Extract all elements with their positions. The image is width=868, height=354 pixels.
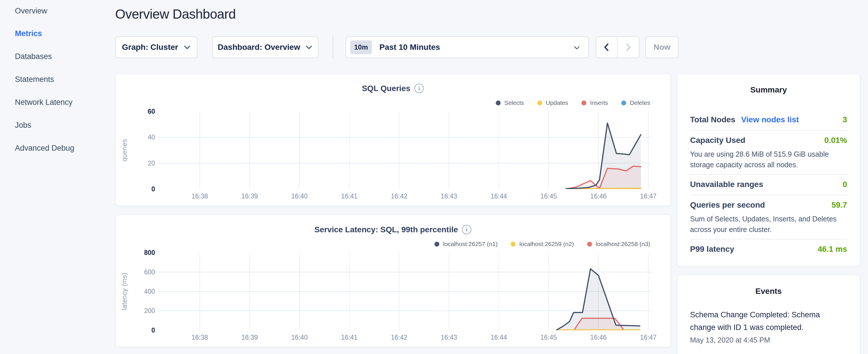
chevron-right-icon [625,42,631,52]
summary-value: 59.7 [832,200,847,210]
x-axis-tick: 16:40 [282,192,317,200]
summary-row-unavailable-ranges: Unavailable ranges 0 [690,175,847,195]
time-range-badge: 10m [350,40,372,54]
chevron-down-icon [305,45,313,50]
x-axis-tick: 16:47 [631,192,665,200]
x-axis-tick: 16:42 [382,192,416,200]
y-axis-labels: 0204060 [116,74,155,206]
events-title: Events [690,287,847,296]
main-content: Overview Dashboard Graph: Cluster Dashbo… [115,0,681,354]
legend-label: Deletes [630,99,650,106]
y-axis-tick: 400 [116,287,155,296]
x-axis-tick: 16:44 [482,192,516,200]
x-axis-tick: 16:39 [232,192,267,200]
summary-label: Total Nodes [690,115,735,124]
chart-title: Service Latency: SQL, 99th percentile [314,225,458,234]
toolbar: Graph: Cluster Dashboard: Overview 10m P… [115,36,679,58]
chart-title: SQL Queries [362,84,410,93]
time-next-button[interactable] [618,37,639,58]
chevron-down-icon [574,45,580,50]
summary-value: 46.1 ms [817,245,847,254]
sidebar: Overview Metrics Databases Statements Ne… [0,0,112,354]
events-panel: Events Schema Change Completed: Schema c… [677,275,860,354]
x-axis-labels: 16:3816:3916:4016:4116:4216:4316:4416:45… [116,334,670,343]
sidebar-item-metrics[interactable]: Metrics [15,29,42,38]
sidebar-item-network-latency[interactable]: Network Latency [15,97,72,107]
chart-plot[interactable] [158,111,651,189]
chevron-down-icon [183,45,191,50]
legend-item: Deletes [621,99,650,106]
legend-dot-icon [510,242,516,247]
y-axis-tick: 20 [116,159,155,167]
event-message: Schema Change Completed: Schema change w… [690,309,828,334]
y-axis-tick: 200 [116,307,155,315]
x-axis-tick: 16:47 [631,334,665,342]
event-timestamp: May 13, 2020 at 4:45 PM [690,336,847,344]
y-axis-tick: 60 [116,107,155,116]
legend-label: localhost:26259 (n2) [519,240,574,248]
legend-dot-icon [582,100,586,105]
x-axis-tick: 16:39 [232,334,267,342]
summary-panel: Summary Total Nodes View nodes list 3 Ca… [677,74,860,266]
x-axis-tick: 16:45 [531,192,566,200]
chart-plot[interactable] [158,253,651,330]
x-axis-tick: 16:41 [332,192,367,200]
summary-value: 3 [842,115,847,124]
summary-label: P99 latency [690,245,734,254]
page-title: Overview Dashboard [115,6,236,22]
view-nodes-list-link[interactable]: View nodes list [741,115,799,124]
y-axis-labels: 0200400600800 [116,215,155,347]
summary-row-capacity-used: Capacity Used 0.01% [690,131,847,151]
legend-label: Updates [546,99,568,106]
legend-label: localhost:26257 (n1) [443,240,497,248]
summary-row-queries-per-second: Queries per second 59.7 [690,195,847,215]
summary-value: 0.01% [825,136,847,145]
sidebar-item-advanced-debug[interactable]: Advanced Debug [15,143,74,153]
time-range-value: Past 10 Minutes [379,43,440,52]
summary-description: Sum of Selects, Updates, Inserts, and De… [690,214,847,235]
x-axis-tick: 16:38 [183,334,217,342]
now-button[interactable]: Now [645,36,679,58]
x-axis-tick: 16:46 [581,192,616,200]
sidebar-item-databases[interactable]: Databases [15,52,52,61]
sidebar-item-jobs[interactable]: Jobs [15,120,31,130]
x-axis-tick: 16:45 [531,334,566,342]
legend-item: localhost:26258 (n3) [587,240,650,248]
x-axis-tick: 16:41 [332,334,367,342]
graph-dropdown-label: Graph: Cluster [122,43,178,52]
chevron-left-icon [603,42,610,52]
summary-label: Unavailable ranges [690,180,763,189]
dashboard-dropdown[interactable]: Dashboard: Overview [212,36,318,58]
x-axis-tick: 16:46 [581,334,616,342]
time-prev-button[interactable] [596,37,618,58]
summary-row-total-nodes: Total Nodes View nodes list 3 [690,110,847,130]
x-axis-tick: 16:42 [382,334,416,342]
legend-label: Inserts [590,99,608,106]
sidebar-item-statements[interactable]: Statements [15,74,54,84]
y-axis-tick: 40 [116,133,155,141]
x-axis-tick: 16:44 [482,334,516,342]
y-axis-tick: 800 [116,248,155,257]
sidebar-item-overview[interactable]: Overview [15,6,47,16]
toolbar-divider [333,36,333,58]
legend-label: localhost:26258 (n3) [596,240,650,248]
summary-description: You are using 28.6 MiB of 515.9 GiB usab… [690,149,847,170]
info-icon[interactable]: i [414,84,424,93]
summary-title: Summary [690,85,847,95]
y-axis-tick: 0 [116,185,155,193]
sql-queries-chart-card: SQL Queries i SelectsUpdatesInsertsDelet… [115,74,671,206]
legend-dot-icon [621,100,626,105]
legend-label: Selects [504,99,524,106]
time-range-picker[interactable]: 10m Past 10 Minutes [346,36,589,58]
dashboard-dropdown-label: Dashboard: Overview [218,43,300,52]
chart-legend: SelectsUpdatesInsertsDeletes [496,99,650,107]
legend-item: Selects [496,99,524,106]
graph-dropdown[interactable]: Graph: Cluster [115,36,197,58]
x-axis-tick: 16:43 [432,334,466,342]
time-step-buttons [596,36,639,58]
info-icon[interactable]: i [462,225,471,234]
legend-dot-icon [434,242,439,247]
x-axis-labels: 16:3816:3916:4016:4116:4216:4316:4416:45… [116,192,670,202]
x-axis-tick: 16:38 [183,192,217,200]
legend-item: Inserts [582,99,608,106]
